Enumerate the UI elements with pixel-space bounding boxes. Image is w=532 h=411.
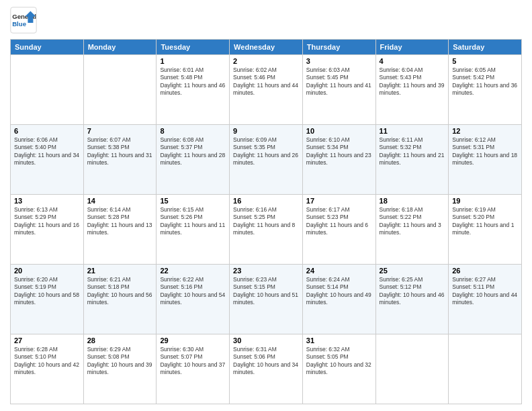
day-info: Sunrise: 6:14 AM Sunset: 5:28 PM Dayligh… — [87, 206, 153, 237]
day-number: 19 — [452, 197, 518, 205]
calendar-cell: 19Sunrise: 6:19 AM Sunset: 5:20 PM Dayli… — [449, 195, 522, 265]
day-number: 2 — [233, 57, 299, 65]
day-number: 26 — [452, 267, 518, 275]
day-info: Sunrise: 6:30 AM Sunset: 5:07 PM Dayligh… — [160, 346, 226, 377]
calendar-cell — [449, 334, 522, 404]
day-number: 15 — [160, 197, 226, 205]
calendar-cell: 31Sunrise: 6:32 AM Sunset: 5:05 PM Dayli… — [302, 334, 375, 404]
calendar-cell — [11, 55, 84, 125]
calendar-cell: 14Sunrise: 6:14 AM Sunset: 5:28 PM Dayli… — [83, 195, 157, 265]
day-info: Sunrise: 6:20 AM Sunset: 5:19 PM Dayligh… — [14, 276, 80, 307]
day-info: Sunrise: 6:23 AM Sunset: 5:15 PM Dayligh… — [233, 276, 299, 307]
calendar-cell: 28Sunrise: 6:29 AM Sunset: 5:08 PM Dayli… — [83, 334, 157, 404]
calendar-week-1: 1Sunrise: 6:01 AM Sunset: 5:48 PM Daylig… — [11, 55, 522, 125]
day-number: 3 — [306, 57, 372, 65]
day-info: Sunrise: 6:31 AM Sunset: 5:06 PM Dayligh… — [233, 346, 299, 377]
calendar-week-5: 27Sunrise: 6:28 AM Sunset: 5:10 PM Dayli… — [11, 334, 522, 404]
day-info: Sunrise: 6:22 AM Sunset: 5:16 PM Dayligh… — [160, 276, 226, 307]
calendar-cell: 20Sunrise: 6:20 AM Sunset: 5:19 PM Dayli… — [11, 265, 84, 334]
calendar-cell: 27Sunrise: 6:28 AM Sunset: 5:10 PM Dayli… — [11, 334, 84, 404]
day-number: 31 — [306, 336, 372, 345]
day-info: Sunrise: 6:16 AM Sunset: 5:25 PM Dayligh… — [233, 206, 299, 237]
day-number: 20 — [14, 267, 80, 275]
day-number: 7 — [87, 127, 153, 135]
day-number: 12 — [452, 127, 518, 135]
calendar-cell: 2Sunrise: 6:02 AM Sunset: 5:46 PM Daylig… — [230, 55, 303, 125]
calendar-header-wednesday: Wednesday — [230, 40, 303, 55]
day-number: 29 — [160, 336, 226, 345]
calendar-cell: 24Sunrise: 6:24 AM Sunset: 5:14 PM Dayli… — [302, 265, 375, 334]
calendar-cell: 26Sunrise: 6:27 AM Sunset: 5:11 PM Dayli… — [449, 265, 522, 334]
calendar-cell: 13Sunrise: 6:13 AM Sunset: 5:29 PM Dayli… — [11, 195, 84, 265]
day-number: 23 — [233, 267, 299, 275]
day-info: Sunrise: 6:15 AM Sunset: 5:26 PM Dayligh… — [160, 206, 226, 237]
calendar-cell: 25Sunrise: 6:25 AM Sunset: 5:12 PM Dayli… — [375, 265, 449, 334]
day-number: 16 — [233, 197, 299, 205]
calendar-cell — [83, 55, 157, 125]
calendar-cell: 18Sunrise: 6:18 AM Sunset: 5:22 PM Dayli… — [375, 195, 449, 265]
day-info: Sunrise: 6:27 AM Sunset: 5:11 PM Dayligh… — [452, 276, 518, 307]
calendar-week-2: 6Sunrise: 6:06 AM Sunset: 5:40 PM Daylig… — [11, 125, 522, 195]
calendar-week-3: 13Sunrise: 6:13 AM Sunset: 5:29 PM Dayli… — [11, 195, 522, 265]
day-number: 24 — [306, 267, 372, 275]
day-number: 8 — [160, 127, 226, 135]
day-number: 18 — [380, 197, 445, 205]
day-info: Sunrise: 6:10 AM Sunset: 5:34 PM Dayligh… — [306, 136, 372, 167]
calendar-cell: 23Sunrise: 6:23 AM Sunset: 5:15 PM Dayli… — [230, 265, 303, 334]
day-number: 10 — [306, 127, 372, 135]
day-info: Sunrise: 6:06 AM Sunset: 5:40 PM Dayligh… — [14, 136, 80, 167]
calendar-header-sunday: Sunday — [11, 40, 84, 55]
day-number: 5 — [452, 57, 518, 65]
day-info: Sunrise: 6:17 AM Sunset: 5:23 PM Dayligh… — [306, 206, 372, 237]
calendar-cell: 30Sunrise: 6:31 AM Sunset: 5:06 PM Dayli… — [230, 334, 303, 404]
day-number: 6 — [14, 127, 80, 135]
day-number: 1 — [160, 57, 226, 65]
day-info: Sunrise: 6:29 AM Sunset: 5:08 PM Dayligh… — [87, 346, 153, 377]
calendar-cell: 6Sunrise: 6:06 AM Sunset: 5:40 PM Daylig… — [11, 125, 84, 195]
day-info: Sunrise: 6:21 AM Sunset: 5:18 PM Dayligh… — [87, 276, 153, 307]
day-info: Sunrise: 6:03 AM Sunset: 5:45 PM Dayligh… — [306, 66, 372, 97]
day-number: 11 — [380, 127, 445, 135]
calendar-header-saturday: Saturday — [449, 40, 522, 55]
calendar-cell: 11Sunrise: 6:11 AM Sunset: 5:32 PM Dayli… — [375, 125, 449, 195]
day-number: 4 — [380, 57, 445, 65]
calendar-header-thursday: Thursday — [302, 40, 375, 55]
day-info: Sunrise: 6:24 AM Sunset: 5:14 PM Dayligh… — [306, 276, 372, 307]
day-info: Sunrise: 6:02 AM Sunset: 5:46 PM Dayligh… — [233, 66, 299, 97]
svg-text:Blue: Blue — [12, 20, 26, 28]
calendar-header-row: SundayMondayTuesdayWednesdayThursdayFrid… — [11, 40, 522, 55]
day-number: 21 — [87, 267, 153, 275]
calendar-cell: 21Sunrise: 6:21 AM Sunset: 5:18 PM Dayli… — [83, 265, 157, 334]
calendar-cell: 9Sunrise: 6:09 AM Sunset: 5:35 PM Daylig… — [230, 125, 303, 195]
calendar-cell: 22Sunrise: 6:22 AM Sunset: 5:16 PM Dayli… — [157, 265, 230, 334]
day-info: Sunrise: 6:04 AM Sunset: 5:43 PM Dayligh… — [380, 66, 445, 97]
day-info: Sunrise: 6:01 AM Sunset: 5:48 PM Dayligh… — [160, 66, 226, 97]
day-info: Sunrise: 6:28 AM Sunset: 5:10 PM Dayligh… — [14, 346, 80, 377]
day-info: Sunrise: 6:09 AM Sunset: 5:35 PM Dayligh… — [233, 136, 299, 167]
day-info: Sunrise: 6:18 AM Sunset: 5:22 PM Dayligh… — [380, 206, 445, 237]
calendar-header-monday: Monday — [83, 40, 157, 55]
calendar-header-friday: Friday — [375, 40, 449, 55]
calendar-cell: 1Sunrise: 6:01 AM Sunset: 5:48 PM Daylig… — [157, 55, 230, 125]
logo: General Blue — [10, 7, 41, 34]
logo-svg: General Blue — [10, 7, 37, 34]
day-info: Sunrise: 6:07 AM Sunset: 5:38 PM Dayligh… — [87, 136, 153, 167]
day-info: Sunrise: 6:11 AM Sunset: 5:32 PM Dayligh… — [380, 136, 445, 167]
calendar-cell: 10Sunrise: 6:10 AM Sunset: 5:34 PM Dayli… — [302, 125, 375, 195]
day-info: Sunrise: 6:25 AM Sunset: 5:12 PM Dayligh… — [380, 276, 445, 307]
day-number: 22 — [160, 267, 226, 275]
calendar-cell: 17Sunrise: 6:17 AM Sunset: 5:23 PM Dayli… — [302, 195, 375, 265]
calendar-cell: 3Sunrise: 6:03 AM Sunset: 5:45 PM Daylig… — [302, 55, 375, 125]
day-number: 13 — [14, 197, 80, 205]
calendar-cell: 16Sunrise: 6:16 AM Sunset: 5:25 PM Dayli… — [230, 195, 303, 265]
calendar-cell: 7Sunrise: 6:07 AM Sunset: 5:38 PM Daylig… — [83, 125, 157, 195]
calendar-cell — [375, 334, 449, 404]
day-info: Sunrise: 6:32 AM Sunset: 5:05 PM Dayligh… — [306, 346, 372, 377]
page: General Blue SundayMondayTuesdayWednesda… — [0, 0, 532, 411]
day-info: Sunrise: 6:05 AM Sunset: 5:42 PM Dayligh… — [452, 66, 518, 97]
day-number: 17 — [306, 197, 372, 205]
calendar-header-tuesday: Tuesday — [157, 40, 230, 55]
day-number: 25 — [380, 267, 445, 275]
day-number: 27 — [14, 336, 80, 345]
header: General Blue — [10, 7, 522, 34]
